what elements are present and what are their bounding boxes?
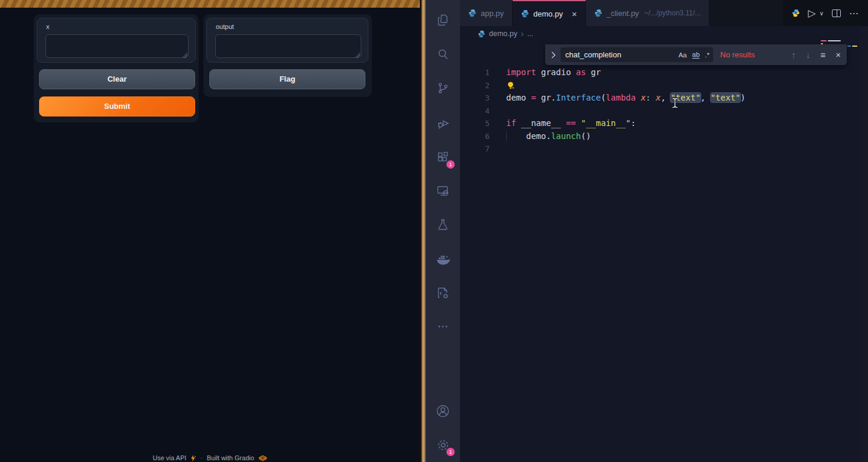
- editor-group: app.py demo.py × _client.py ~/.../python…: [460, 0, 868, 462]
- code-text: [490, 79, 515, 92]
- python-icon: [468, 9, 477, 17]
- activity-bar: 1 1: [426, 0, 460, 462]
- code-token: =: [531, 93, 541, 102]
- code-token: (): [581, 131, 591, 141]
- tab-bar: app.py demo.py × _client.py ~/.../python…: [460, 0, 868, 26]
- code-editor[interactable]: 1import gradio as gr23demo = gr.Interfac…: [460, 66, 868, 156]
- extensions-icon[interactable]: 1: [426, 144, 460, 171]
- tab-close-icon[interactable]: ×: [572, 9, 577, 19]
- window-divider[interactable]: [420, 0, 426, 462]
- run-debug-icon[interactable]: [426, 109, 460, 137]
- output-textarea[interactable]: [215, 34, 361, 58]
- code-line[interactable]: 6 demo.launch(): [460, 130, 868, 143]
- minimap-scrollbar[interactable]: [860, 26, 868, 462]
- flag-button[interactable]: Flag: [209, 69, 365, 89]
- vscode-window: 1 1: [426, 0, 868, 462]
- code-line[interactable]: 1import gradio as gr: [460, 66, 868, 79]
- find-input[interactable]: chat_completion Aa ab .*: [561, 47, 713, 62]
- code-token: launch: [551, 131, 581, 141]
- code-line[interactable]: 4: [460, 105, 868, 118]
- regex-icon[interactable]: .*: [705, 51, 710, 59]
- toggle-replace-chevron-icon[interactable]: [548, 51, 559, 59]
- accounts-icon[interactable]: [426, 398, 460, 425]
- tab-demo-py[interactable]: demo.py ×: [513, 0, 586, 26]
- whole-word-icon[interactable]: ab: [692, 51, 700, 59]
- code-token: "text": [711, 93, 741, 102]
- find-in-selection-icon[interactable]: ≡: [820, 50, 825, 60]
- code-text: demo.launch(): [490, 130, 591, 143]
- tab-client-py[interactable]: _client.py ~/.../python3.11/...: [586, 0, 710, 26]
- clear-button[interactable]: Clear: [39, 69, 195, 89]
- use-via-api-link[interactable]: Use via API: [153, 454, 186, 461]
- code-token: x: [641, 93, 646, 102]
- tab-label: app.py: [481, 9, 504, 18]
- tab-path-detail: ~/.../python3.11/...: [644, 9, 701, 17]
- line-number: 7: [460, 143, 490, 156]
- next-match-icon[interactable]: ↓: [806, 50, 811, 60]
- split-editor-icon[interactable]: [832, 9, 841, 17]
- match-case-icon[interactable]: Aa: [678, 51, 686, 59]
- built-with-gradio-link[interactable]: Built with Gradio: [207, 454, 254, 461]
- extensions-badge: 1: [446, 160, 455, 169]
- line-number: 3: [460, 92, 490, 105]
- line-number: 6: [460, 130, 490, 143]
- testing-beaker-icon[interactable]: [426, 211, 460, 238]
- more-views-ellipsis-icon[interactable]: [426, 313, 460, 340]
- python-icon: [521, 9, 529, 18]
- code-token: lambda: [606, 93, 641, 102]
- input-block: x: [37, 18, 196, 63]
- docker-icon[interactable]: [426, 245, 460, 273]
- settings-badge: 1: [446, 448, 455, 456]
- find-controls: ↑ ↓ ≡ ×: [791, 50, 841, 60]
- source-control-icon[interactable]: [426, 75, 460, 102]
- find-query-text[interactable]: chat_completion: [565, 50, 673, 59]
- gradio-logo-icon: [258, 455, 267, 461]
- submit-button[interactable]: Submit: [39, 96, 195, 117]
- code-token: :: [631, 118, 636, 128]
- code-token: :: [646, 93, 650, 102]
- code-token: as: [576, 67, 591, 77]
- close-find-icon[interactable]: ×: [835, 50, 841, 60]
- previous-match-icon[interactable]: ↑: [791, 50, 796, 60]
- breadcrumb-file[interactable]: demo.py: [489, 30, 517, 38]
- code-token: demo: [506, 93, 531, 102]
- search-icon[interactable]: [426, 41, 460, 68]
- lightbulb-sparkle-icon[interactable]: [506, 81, 515, 91]
- line-number: 4: [460, 105, 490, 118]
- tab-label: demo.py: [533, 9, 563, 18]
- editor-more-actions-icon[interactable]: ⋯: [849, 8, 859, 19]
- output-block: output: [206, 18, 368, 63]
- remote-explorer-icon[interactable]: [426, 177, 460, 205]
- run-python-file-icon[interactable]: ▷: [808, 7, 816, 20]
- code-line[interactable]: 3demo = gr.Interface(lambda x: x, "text"…: [460, 92, 868, 105]
- find-widget: chat_completion Aa ab .* No results ↑ ↓ …: [545, 44, 847, 65]
- breadcrumb-symbol[interactable]: ...: [527, 30, 533, 38]
- input-textarea[interactable]: [46, 34, 189, 58]
- code-text: demo = gr.Interface(lambda x: x, "text",…: [490, 92, 746, 105]
- breadcrumb[interactable]: demo.py › ...: [460, 26, 868, 41]
- line-number: 2: [460, 79, 490, 92]
- code-token: if: [506, 118, 521, 128]
- explorer-icon[interactable]: [426, 7, 460, 34]
- line-number: 5: [460, 117, 490, 130]
- tab-app-py[interactable]: app.py: [460, 0, 513, 26]
- code-token: demo.: [526, 131, 551, 141]
- code-line[interactable]: 7: [460, 143, 868, 156]
- code-token: Interface: [556, 93, 601, 102]
- code-token: ): [740, 93, 745, 102]
- code-token: "text": [671, 93, 701, 102]
- python-icon: [594, 9, 603, 17]
- chevron-right-icon: ›: [521, 29, 524, 38]
- progress-stripe-bar: [0, 0, 420, 8]
- code-token: [651, 93, 656, 102]
- footer-separator: ·: [200, 454, 203, 461]
- code-token: __name__: [521, 118, 566, 128]
- code-runner-config-icon[interactable]: [426, 279, 460, 306]
- settings-gear-icon[interactable]: 1: [426, 431, 460, 458]
- run-dropdown-chevron-icon[interactable]: ∨: [820, 10, 824, 17]
- code-line[interactable]: 2: [460, 79, 868, 92]
- code-line[interactable]: 5if __name__ == "__main__":: [460, 117, 868, 130]
- code-token: [506, 131, 526, 141]
- tab-label: _client.py: [607, 9, 639, 18]
- code-token: ,: [660, 93, 671, 102]
